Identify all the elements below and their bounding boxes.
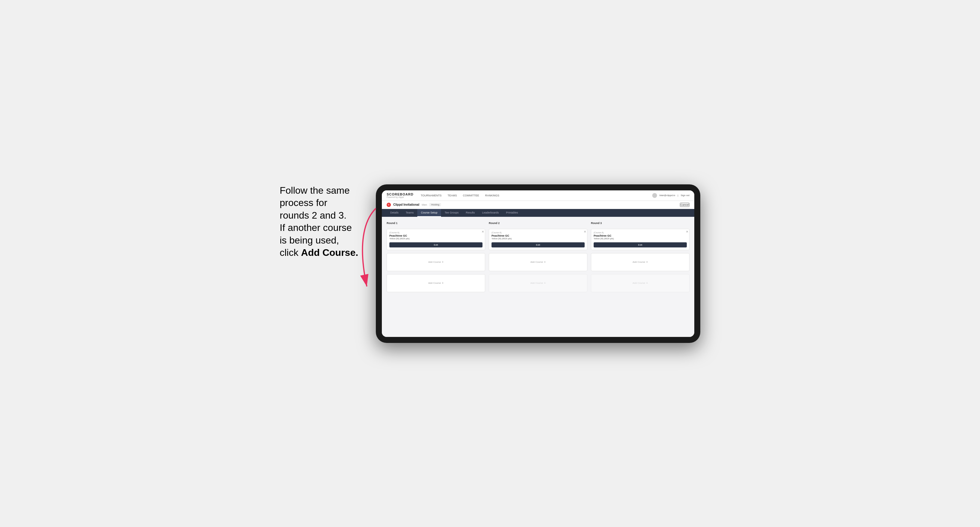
round-1-column: Round 1 (Course A) Peachtree GC Yellow (… — [387, 222, 485, 292]
round-3-course-name: Peachtree GC — [593, 234, 687, 237]
round-3-edit-button[interactable]: Edit — [593, 242, 687, 248]
round-2-course-details: Yellow (M) (6629 yds) — [492, 238, 585, 240]
round-2-add-course-text: Add Course + — [530, 260, 546, 264]
round-3-header: Round 3 — [591, 222, 689, 225]
cancel-button[interactable]: Cancel — [680, 203, 689, 207]
round-3-plus-icon-2: + — [646, 281, 648, 285]
round-1-course-name: Peachtree GC — [389, 234, 482, 237]
device-frame: SCOREBOARD Powered by clippd TOURNAMENTS… — [376, 184, 700, 343]
round-3-column: Round 3 (Course A) Peachtree GC Yellow (… — [591, 222, 689, 292]
clippd-logo-icon: C — [387, 203, 391, 207]
round-3-course-card: (Course A) Peachtree GC Yellow (M) (6629… — [591, 229, 689, 250]
user-area: blair@clippd.io | Sign out — [652, 193, 689, 198]
user-avatar — [652, 193, 657, 198]
tab-leaderboards[interactable]: Leaderboards — [479, 209, 503, 217]
round-3-course-card-wrapper: (Course A) Peachtree GC Yellow (M) (6629… — [591, 229, 689, 250]
round-3-add-course-text-2: Add Course + — [632, 281, 648, 285]
round-1-add-course-card[interactable]: Add Course + — [387, 253, 485, 271]
round-1-add-course-text-2: Add Course + — [428, 281, 444, 285]
user-email: blair@clippd.io — [659, 194, 675, 197]
round-3-add-course-text: Add Course + — [632, 260, 648, 264]
round-3-add-course-card[interactable]: Add Course + — [591, 253, 689, 271]
round-2-plus-icon: + — [544, 260, 546, 264]
sub-header-left: C Clippd Invitational Men Hosting — [387, 203, 441, 207]
round-2-header: Round 2 — [489, 222, 587, 225]
annotation-text: Follow the sameprocess forrounds 2 and 3… — [280, 184, 364, 259]
round-1-plus-icon-2: + — [442, 281, 444, 285]
rounds-grid: Round 1 (Course A) Peachtree GC Yellow (… — [387, 222, 689, 292]
nav-links: TOURNAMENTS TEAMS COMMITTEE RANKINGS — [421, 194, 645, 198]
round-1-course-details: Yellow (M) (6629 yds) — [389, 238, 482, 240]
tournament-qualifier: Men — [422, 203, 427, 206]
nav-tournaments[interactable]: TOURNAMENTS — [421, 194, 441, 198]
round-3-add-course-card-2: Add Course + — [591, 274, 689, 292]
round-1-add-course-card-2[interactable]: Add Course + — [387, 274, 485, 292]
hosting-badge: Hosting — [429, 203, 441, 206]
round-2-course-label: (Course A) — [492, 232, 585, 233]
round-1-remove-button[interactable]: ✕ — [482, 230, 484, 233]
tab-bar: Details Teams Course Setup Tee Groups Re… — [382, 209, 694, 217]
tablet-device: SCOREBOARD Powered by clippd TOURNAMENTS… — [376, 184, 700, 343]
round-2-course-card-wrapper: (Course A) Peachtree GC Yellow (M) (6629… — [489, 229, 587, 250]
nav-rankings[interactable]: RANKINGS — [485, 194, 499, 198]
round-3-remove-button[interactable]: ✕ — [686, 230, 688, 233]
round-2-remove-button[interactable]: ✕ — [584, 230, 586, 233]
round-3-course-label: (Course A) — [593, 232, 687, 233]
tab-details[interactable]: Details — [387, 209, 402, 217]
round-1-edit-button[interactable]: Edit — [389, 242, 482, 248]
round-2-plus-icon-2: + — [544, 281, 546, 285]
round-3-course-details: Yellow (M) (6629 yds) — [593, 238, 687, 240]
round-2-add-course-card-2: Add Course + — [489, 274, 587, 292]
logo: SCOREBOARD Powered by clippd — [387, 193, 414, 198]
nav-teams[interactable]: TEAMS — [448, 194, 457, 198]
tournament-name: Clippd Invitational — [393, 203, 419, 206]
sign-out-link[interactable]: Sign out — [681, 194, 689, 197]
round-2-add-course-text-2: Add Course + — [530, 281, 546, 285]
round-1-plus-icon: + — [442, 260, 444, 264]
tab-course-setup[interactable]: Course Setup — [417, 209, 441, 217]
top-navigation: SCOREBOARD Powered by clippd TOURNAMENTS… — [382, 190, 694, 201]
tab-teams[interactable]: Teams — [402, 209, 418, 217]
device-screen: SCOREBOARD Powered by clippd TOURNAMENTS… — [382, 190, 694, 337]
tab-tee-groups[interactable]: Tee Groups — [441, 209, 462, 217]
logo-text: SCOREBOARD — [387, 193, 414, 196]
round-2-course-name: Peachtree GC — [492, 234, 585, 237]
round-1-course-card: (Course A) Peachtree GC Yellow (M) (6629… — [387, 229, 485, 250]
sub-header: C Clippd Invitational Men Hosting Cancel — [382, 201, 694, 209]
round-2-course-card: (Course A) Peachtree GC Yellow (M) (6629… — [489, 229, 587, 250]
nav-committee[interactable]: COMMITTEE — [463, 194, 479, 198]
round-1-course-card-wrapper: (Course A) Peachtree GC Yellow (M) (6629… — [387, 229, 485, 250]
round-2-column: Round 2 (Course A) Peachtree GC Yellow (… — [489, 222, 587, 292]
round-1-add-course-text: Add Course + — [428, 260, 444, 264]
tab-results[interactable]: Results — [462, 209, 479, 217]
round-2-edit-button[interactable]: Edit — [492, 242, 585, 248]
round-1-course-label: (Course A) — [389, 232, 482, 233]
main-content: Round 1 (Course A) Peachtree GC Yellow (… — [382, 217, 694, 337]
tab-printables[interactable]: Printables — [502, 209, 522, 217]
round-1-header: Round 1 — [387, 222, 485, 225]
separator: | — [678, 194, 678, 197]
logo-sub: Powered by clippd — [387, 196, 414, 198]
annotation-line1: Follow the sameprocess forrounds 2 and 3… — [280, 185, 358, 258]
round-3-plus-icon: + — [646, 260, 648, 264]
round-2-add-course-card[interactable]: Add Course + — [489, 253, 587, 271]
